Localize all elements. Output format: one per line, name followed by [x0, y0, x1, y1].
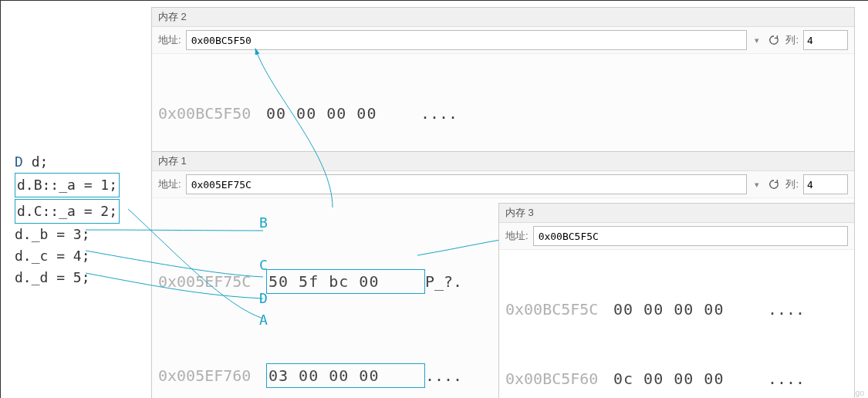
mem-bytes: 00 00 00 00: [266, 102, 420, 125]
mem-bytes: 00 00 00 00: [613, 298, 768, 321]
col-input-mem1[interactable]: [803, 174, 848, 194]
code-line-decl: D d;: [15, 151, 120, 173]
mem-ascii: ....: [768, 367, 805, 390]
address-input-mem3[interactable]: [533, 226, 848, 246]
code-line-4: d._b = 3;: [15, 224, 120, 245]
code-line-5: d._c = 4;: [15, 245, 120, 267]
memory-panel-1-addrbar: 地址: ▾ 列:: [152, 171, 854, 198]
memory-panel-1-title: 内存 1: [152, 152, 854, 171]
mem-ascii: ....: [768, 298, 805, 321]
table-row: 0x00BC5F60 0c 00 00 00 ....: [505, 367, 848, 390]
table-row: 0x00BC5F5C 00 00 00 00 ....: [505, 298, 848, 321]
refresh-icon[interactable]: [767, 33, 781, 47]
refresh-icon[interactable]: [767, 177, 781, 191]
code-line-2: d.B::_a = 1;: [15, 173, 120, 197]
label-a: A: [259, 312, 268, 328]
addr-label: 地址:: [158, 177, 181, 191]
mem-ascii: ....: [425, 364, 462, 387]
mem-addr: 0x00BC5F60: [505, 367, 613, 390]
type-d: D: [15, 153, 23, 170]
mem-bytes: 0c 00 00 00: [613, 367, 768, 390]
addr-label: 地址:: [505, 229, 529, 243]
mem-bytes: 03 00 00 00: [266, 363, 425, 388]
addr-label: 地址:: [158, 33, 181, 47]
memory-panel-3-addrbar: 地址:: [499, 223, 854, 250]
memory-panel-3: 内存 3 地址: 0x00BC5F5C 00 00 00 00 .... 0x0…: [498, 203, 855, 398]
mem-addr: 0x00BC5F5C: [505, 298, 613, 321]
dropdown-icon[interactable]: ▾: [751, 180, 762, 190]
mem-ascii: ....: [420, 102, 458, 125]
mem-ascii: P_?.: [425, 270, 462, 293]
address-input-mem1[interactable]: [186, 174, 748, 194]
col-label: 列:: [785, 33, 799, 47]
code-pane: D d; d.B::_a = 1; d.C::_a = 2; d._b = 3;…: [15, 151, 120, 288]
memory-panel-2-title: 内存 2: [152, 8, 854, 27]
label-c: C: [259, 257, 268, 273]
memory-body-3: 0x00BC5F5C 00 00 00 00 .... 0x00BC5F60 0…: [499, 250, 854, 398]
mem-addr: 0x005EF75C: [158, 270, 266, 293]
col-label: 列:: [785, 177, 799, 191]
memory-panel-3-title: 内存 3: [499, 204, 854, 223]
label-d: D: [259, 290, 268, 306]
col-input-mem2[interactable]: [803, 30, 848, 50]
address-input-mem2[interactable]: [186, 30, 748, 50]
mem-addr: 0x005EF760: [158, 364, 266, 387]
table-row: 0x00BC5F50 00 00 00 00 ....: [158, 102, 848, 125]
label-b: B: [259, 214, 268, 231]
mem-addr: 0x00BC5F50: [158, 102, 266, 125]
code-line-6: d._d = 5;: [15, 267, 120, 288]
mem-bytes: 50 5f bc 00: [266, 269, 425, 294]
var-d: d;: [32, 153, 49, 170]
dropdown-icon[interactable]: ▾: [751, 35, 762, 46]
code-line-3: d.C::_a = 2;: [15, 199, 120, 224]
memory-panel-2-addrbar: 地址: ▾ 列:: [152, 27, 854, 54]
